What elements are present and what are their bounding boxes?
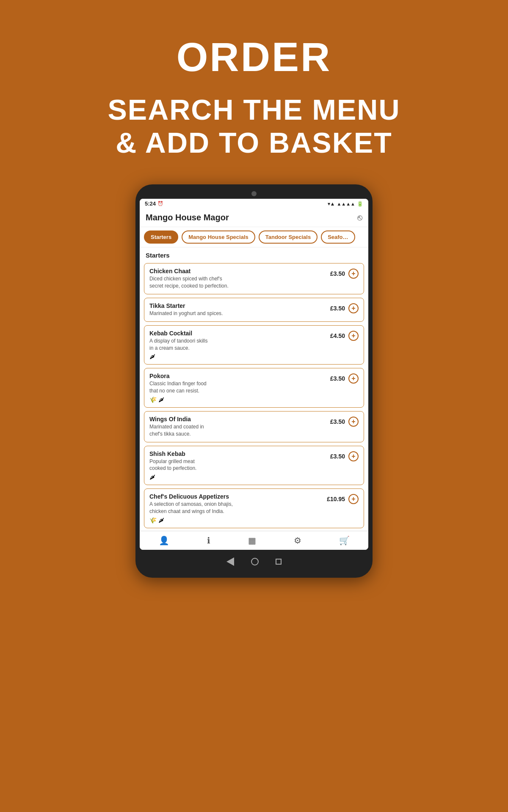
menu-item-icons: 🌾 🌶 <box>149 517 327 524</box>
menu-item: Pokora Classic Indian finger foodthat no… <box>144 368 364 408</box>
add-to-basket-button[interactable]: + <box>348 373 359 384</box>
menu-item-desc: A selection of samosas, onion bhajis,chi… <box>149 501 327 515</box>
menu-item-desc: Classic Indian finger foodthat no one ca… <box>149 380 330 395</box>
menu-item-price: £3.50 <box>330 418 345 425</box>
menu-list: Chicken Chaat Diced chicken spiced with … <box>140 261 368 530</box>
menu-item-left: Tikka Starter Marinated in yoghurt and s… <box>149 302 330 317</box>
menu-item: Chef's Delicuous Appetizers A selection … <box>144 488 364 528</box>
app-title: Mango House Magor <box>146 213 229 222</box>
menu-item-icons: 🌶 <box>149 353 330 360</box>
menu-item: Tikka Starter Marinated in yoghurt and s… <box>144 298 364 322</box>
menu-item-price: £3.50 <box>330 453 345 460</box>
status-bar: 5:24 ⏰ ▾▲ ▲▲▲▲ 🔋 <box>140 199 368 208</box>
menu-item-name: Tikka Starter <box>149 302 330 309</box>
menu-item-desc: Diced chicken spiced with chef'ssecret r… <box>149 275 330 290</box>
back-button[interactable] <box>226 557 234 566</box>
signal-icon: ▲▲▲▲ <box>337 201 355 206</box>
section-header: Starters <box>140 247 368 261</box>
add-to-basket-button[interactable]: + <box>348 417 359 427</box>
menu-item-name: Wings Of India <box>149 416 330 422</box>
share-icon[interactable]: ⎋ <box>357 213 362 222</box>
menu-item: Wings Of India Marinated and coated inch… <box>144 411 364 442</box>
tab-mango-specials[interactable]: Mango House Specials <box>182 230 255 244</box>
menu-item-price: £3.50 <box>330 375 345 382</box>
app-header: Mango House Magor ⎋ <box>140 208 368 227</box>
menu-item-right: £3.50 + <box>330 302 359 313</box>
home-button[interactable] <box>251 558 259 565</box>
menu-item-left: Wings Of India Marinated and coated inch… <box>149 416 330 438</box>
nav-menu-icon[interactable]: ▦ <box>248 535 256 546</box>
menu-item-desc: Marinated in yoghurt and spices. <box>149 310 330 317</box>
alarm-icon: ⏰ <box>157 201 163 206</box>
menu-item-name: Pokora <box>149 373 330 379</box>
bottom-nav: 👤 ℹ ▦ ⚙ 🛒 <box>140 531 368 550</box>
nav-basket-icon[interactable]: 🛒 <box>339 535 350 546</box>
menu-item-name: Chicken Chaat <box>149 268 330 274</box>
nav-settings-icon[interactable]: ⚙ <box>294 535 301 546</box>
menu-item-left: Chicken Chaat Diced chicken spiced with … <box>149 268 330 290</box>
menu-item-left: Chef's Delicuous Appetizers A selection … <box>149 493 327 524</box>
menu-item-left: Kebab Cocktail A display of tandoori ski… <box>149 330 330 360</box>
menu-item-name: Kebab Cocktail <box>149 330 330 337</box>
recents-button[interactable] <box>276 559 282 565</box>
add-to-basket-button[interactable]: + <box>348 494 359 504</box>
menu-item-icons: 🌾 🌶 <box>149 396 330 403</box>
headline-sub: SEARCH THE MENU & ADD TO BASKET <box>108 93 400 159</box>
menu-item-right: £3.50 + <box>330 373 359 384</box>
menu-item-desc: A display of tandoori skillsin a cream s… <box>149 337 330 352</box>
add-to-basket-button[interactable]: + <box>348 331 359 341</box>
menu-item-left: Shish Kebab Popular grilled meatcooked t… <box>149 450 330 481</box>
tab-starters[interactable]: Starters <box>144 230 178 244</box>
status-bar-right: ▾▲ ▲▲▲▲ 🔋 <box>328 201 363 207</box>
status-time: 5:24 <box>145 200 156 207</box>
add-to-basket-button[interactable]: + <box>348 451 359 461</box>
tab-seafood[interactable]: Seafo… <box>321 230 355 244</box>
menu-item-name: Shish Kebab <box>149 450 330 457</box>
battery-icon: 🔋 <box>357 201 363 207</box>
device-screen: 5:24 ⏰ ▾▲ ▲▲▲▲ 🔋 Mango House Magor ⎋ Sta… <box>140 199 368 549</box>
device-camera <box>251 191 257 196</box>
menu-item-icons: 🌶 <box>149 474 330 480</box>
menu-item-price: £3.50 <box>330 270 345 277</box>
menu-item: Shish Kebab Popular grilled meatcooked t… <box>144 446 364 486</box>
nav-profile-icon[interactable]: 👤 <box>159 535 169 546</box>
device-nav-bar <box>140 554 368 569</box>
wifi-icon: ▾▲ <box>328 201 335 207</box>
menu-item: Kebab Cocktail A display of tandoori ski… <box>144 325 364 365</box>
status-bar-left: 5:24 ⏰ <box>145 200 163 207</box>
headline-order: ORDER <box>177 34 332 80</box>
nav-info-icon[interactable]: ℹ <box>207 535 210 546</box>
tabs-bar: Starters Mango House Specials Tandoor Sp… <box>140 227 368 247</box>
menu-item-desc: Popular grilled meatcooked to perfection… <box>149 458 330 472</box>
device-top <box>140 191 368 196</box>
menu-item-right: £3.50 + <box>330 450 359 461</box>
menu-item-right: £4.50 + <box>330 330 359 341</box>
menu-item-price: £4.50 <box>330 332 345 339</box>
add-to-basket-button[interactable]: + <box>348 303 359 313</box>
menu-item-desc: Marinated and coated inchef's tikka sauc… <box>149 423 330 438</box>
menu-item-right: £10.95 + <box>327 493 359 504</box>
menu-item-left: Pokora Classic Indian finger foodthat no… <box>149 373 330 403</box>
tab-tandoor[interactable]: Tandoor Specials <box>259 230 318 244</box>
device: 5:24 ⏰ ▾▲ ▲▲▲▲ 🔋 Mango House Magor ⎋ Sta… <box>135 184 373 577</box>
menu-item-price: £3.50 <box>330 305 345 312</box>
add-to-basket-button[interactable]: + <box>348 269 359 279</box>
menu-item-right: £3.50 + <box>330 268 359 279</box>
menu-item-price: £10.95 <box>327 496 345 502</box>
menu-item: Chicken Chaat Diced chicken spiced with … <box>144 263 364 294</box>
menu-item-right: £3.50 + <box>330 416 359 427</box>
menu-item-name: Chef's Delicuous Appetizers <box>149 493 327 500</box>
